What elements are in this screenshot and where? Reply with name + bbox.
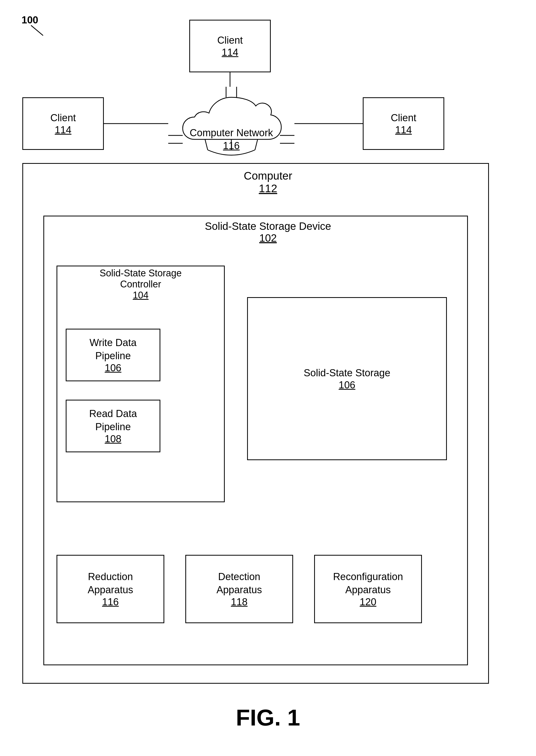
- ra-label: ReductionApparatus: [87, 570, 133, 597]
- client-top-box: Client 114: [189, 20, 271, 72]
- da-label: DetectionApparatus: [216, 570, 262, 597]
- rdp-num: 108: [105, 433, 121, 445]
- svg-rect-10: [280, 135, 294, 143]
- wdp-num: 106: [105, 362, 121, 374]
- ref-label-100: 100: [21, 15, 38, 26]
- client-left-label: Client: [50, 112, 76, 124]
- rdp-label: Read DataPipeline: [89, 407, 137, 433]
- diagram: 100 Client 114 Client 114 Client 114: [0, 0, 536, 756]
- client-left-num: 114: [55, 124, 71, 136]
- sss-num: 106: [339, 379, 355, 391]
- sssc-label: Solid-State StorageController104: [56, 268, 225, 301]
- da-box: DetectionApparatus 118: [185, 555, 293, 623]
- sss-label: Solid-State Storage: [304, 366, 390, 379]
- rca-label: ReconfigurationApparatus: [333, 570, 403, 597]
- client-top-num: 114: [221, 47, 238, 58]
- ra-box: ReductionApparatus 116: [56, 555, 164, 623]
- sssc-box: [56, 265, 225, 502]
- network-num: 116: [190, 139, 273, 152]
- client-left-box: Client 114: [22, 97, 104, 150]
- client-top-label: Client: [217, 34, 243, 47]
- svg-rect-7: [168, 135, 183, 143]
- rca-num: 120: [360, 597, 376, 608]
- da-num: 118: [231, 597, 247, 608]
- ref-arrow-100: [31, 25, 43, 36]
- wdp-box: Write DataPipeline 106: [66, 329, 160, 381]
- figure-label: FIG. 1: [0, 704, 536, 731]
- rdp-box: Read DataPipeline 108: [66, 400, 160, 452]
- computer-label: Computer 112: [0, 170, 536, 195]
- client-right-num: 114: [395, 124, 412, 136]
- client-right-box: Client 114: [363, 97, 444, 150]
- sssd-label: Solid-State Storage Device 102: [0, 220, 536, 244]
- sss-box: Solid-State Storage 106: [247, 297, 447, 460]
- client-right-label: Client: [391, 112, 416, 124]
- wdp-label: Write DataPipeline: [90, 336, 137, 362]
- ra-num: 116: [102, 597, 118, 608]
- network-label: Computer Network 116: [190, 126, 273, 153]
- rca-box: ReconfigurationApparatus 120: [314, 555, 422, 623]
